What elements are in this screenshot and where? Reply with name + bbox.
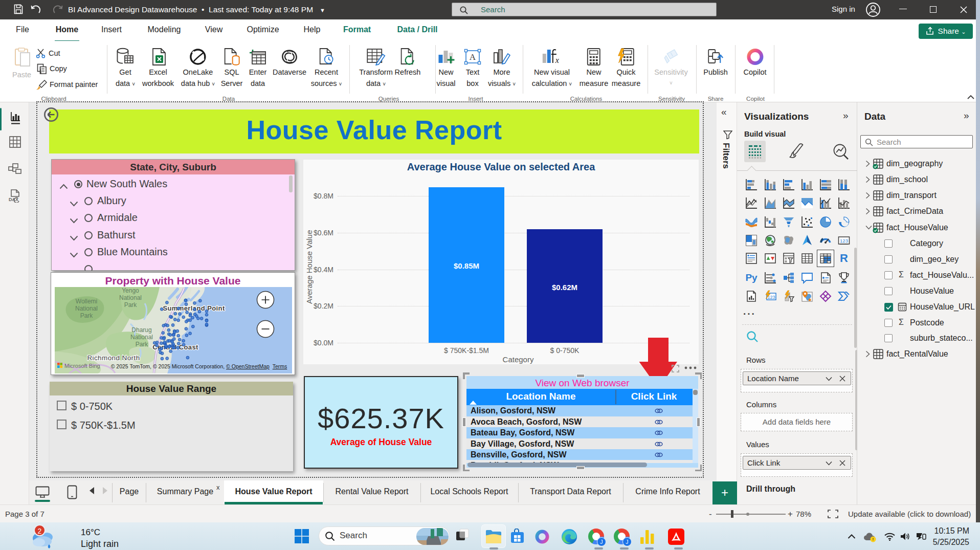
svg-text:Py: Py <box>745 272 758 283</box>
svg-text:Wollemi: Wollemi <box>76 298 97 305</box>
svg-text:National: National <box>119 294 142 301</box>
svg-text:R: R <box>840 252 848 265</box>
svg-text:x: x <box>555 56 559 64</box>
svg-text:Yengo: Yengo <box>122 287 139 294</box>
svg-text:Richmond North: Richmond North <box>87 354 140 362</box>
svg-text:Dharug: Dharug <box>131 326 151 334</box>
svg-text:Park: Park <box>124 301 138 309</box>
svg-text:© 2025 TomTom, © 2025 Microsof: © 2025 TomTom, © 2025 Microsoft Corporat… <box>111 363 287 369</box>
svg-text:Park: Park <box>80 312 94 319</box>
svg-text:National: National <box>75 305 98 312</box>
svg-text:National: National <box>130 334 153 341</box>
svg-text:A: A <box>470 52 476 62</box>
svg-text:Park: Park <box>136 341 149 348</box>
svg-text:123: 123 <box>840 238 848 244</box>
svg-text:Microsoft Bing: Microsoft Bing <box>64 363 100 369</box>
